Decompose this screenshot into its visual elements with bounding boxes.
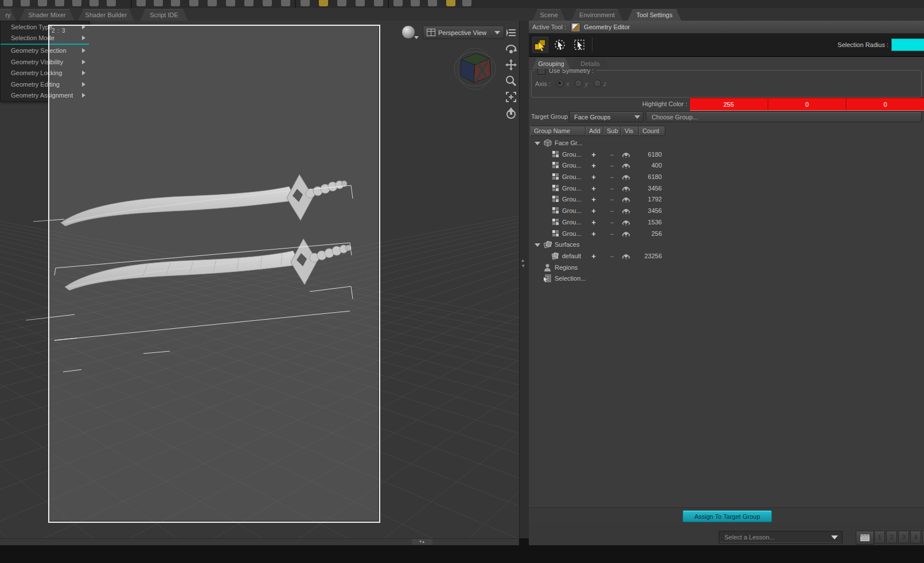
- column-header-add[interactable]: Add: [586, 126, 603, 136]
- visibility-eye-icon[interactable]: [622, 162, 630, 170]
- camera-view-dropdown[interactable]: Perspective View: [423, 26, 504, 39]
- subtract-button[interactable]: −: [608, 207, 616, 215]
- highlight-b-value[interactable]: 0: [847, 98, 924, 110]
- highlight-color-bar[interactable]: 255 0 0: [690, 98, 924, 111]
- zoom-camera-icon[interactable]: [505, 75, 517, 87]
- pane-collapse-handle[interactable]: ▾▴: [412, 539, 432, 545]
- toolbar-icon[interactable]: [154, 0, 163, 6]
- visibility-eye-icon[interactable]: [622, 152, 630, 159]
- toolbar-icon[interactable]: [226, 0, 235, 6]
- group-row[interactable]: Grou...+−6180: [529, 149, 924, 161]
- menu-item-geometry-selection[interactable]: Geometry Selection: [1, 45, 89, 56]
- tab-scene[interactable]: Scene: [532, 9, 566, 21]
- add-button[interactable]: +: [590, 184, 598, 193]
- tree-root-regions[interactable]: Regions: [529, 262, 924, 274]
- toolbar-icon[interactable]: [107, 0, 116, 6]
- menu-item-geometry-assignment[interactable]: Geometry Assignment: [1, 90, 89, 102]
- visibility-eye-icon[interactable]: [622, 174, 630, 181]
- subtract-button[interactable]: −: [608, 230, 616, 238]
- lesson-page-2[interactable]: 2: [886, 531, 897, 543]
- column-header-vis[interactable]: Vis: [621, 126, 639, 136]
- pane-options-icon[interactable]: [505, 26, 517, 39]
- toolbar-icon[interactable]: [411, 0, 420, 6]
- highlight-g-value[interactable]: 0: [769, 98, 847, 110]
- toolbar-icon[interactable]: [263, 0, 272, 6]
- viewport-3d[interactable]: 2 : 3 Perspective View: [0, 21, 519, 538]
- toolbar-icon[interactable]: [38, 0, 47, 6]
- toolbar-icon[interactable]: [72, 0, 81, 6]
- axis-z-radio[interactable]: [594, 80, 601, 87]
- pan-camera-icon[interactable]: [505, 59, 517, 71]
- group-row[interactable]: Grou...+−400: [529, 160, 924, 172]
- choose-group-button[interactable]: Choose Group...: [646, 111, 922, 122]
- toolbar-icon[interactable]: [55, 0, 64, 6]
- visibility-eye-icon[interactable]: [622, 253, 630, 261]
- tab-environment[interactable]: Environment: [571, 9, 623, 21]
- subtract-button[interactable]: −: [608, 185, 616, 193]
- visibility-eye-icon[interactable]: [622, 231, 630, 238]
- visibility-eye-icon[interactable]: [622, 185, 630, 193]
- toolbar-icon[interactable]: [428, 0, 437, 6]
- tab-tool-settings[interactable]: Tool Settings: [627, 9, 681, 21]
- collapse-arrow-icon[interactable]: [535, 243, 540, 247]
- frame-selection-icon[interactable]: [505, 91, 517, 103]
- orbit-camera-icon[interactable]: [505, 42, 517, 55]
- drag-select-button[interactable]: [532, 37, 548, 53]
- lesson-select-dropdown[interactable]: Select a Lesson...: [719, 531, 843, 543]
- toolbar-icon[interactable]: [189, 0, 198, 6]
- toolbar-icon[interactable]: [356, 0, 365, 6]
- splitter-handle[interactable]: ▸▾: [522, 258, 525, 269]
- axis-x-radio[interactable]: [556, 80, 564, 87]
- toolbar-icon[interactable]: [171, 0, 180, 6]
- add-button[interactable]: +: [590, 218, 598, 227]
- selection-radius-field[interactable]: [891, 38, 924, 51]
- group-row[interactable]: Grou...+−1536: [529, 217, 924, 228]
- home-view-icon[interactable]: [505, 107, 517, 119]
- add-button[interactable]: +: [590, 195, 598, 204]
- menu-item-selection-mode[interactable]: Selection Mode: [1, 33, 89, 45]
- tab-script-ide[interactable]: Script IDE: [140, 9, 188, 21]
- group-row[interactable]: Grou...+−256: [529, 228, 924, 240]
- toolbar-icon[interactable]: [446, 0, 455, 6]
- lesson-play-button[interactable]: [856, 531, 874, 545]
- group-row[interactable]: Grou...+−3456: [529, 183, 924, 195]
- visibility-eye-icon[interactable]: [622, 196, 630, 204]
- axis-y-radio[interactable]: [575, 80, 582, 87]
- toolbar-icon[interactable]: [374, 0, 383, 6]
- collapse-arrow-icon[interactable]: [535, 142, 540, 145]
- group-row[interactable]: Grou...+−3456: [529, 205, 924, 217]
- menu-item-geometry-editing[interactable]: Geometry Editing: [1, 79, 89, 90]
- toolbar-icon[interactable]: [137, 0, 146, 6]
- menu-item-geometry-locking[interactable]: Geometry Locking: [1, 67, 89, 79]
- add-button[interactable]: +: [590, 207, 598, 215]
- menu-item-selection-type[interactable]: Selection Type: [1, 21, 89, 33]
- add-button[interactable]: +: [590, 161, 598, 170]
- visibility-eye-icon[interactable]: [622, 219, 630, 227]
- drawstyle-button[interactable]: [401, 25, 419, 40]
- toolbar-icon[interactable]: [393, 0, 403, 6]
- group-row[interactable]: Grou...+−1792: [529, 194, 924, 205]
- toolbar-icon[interactable]: [89, 0, 99, 6]
- toolbar-icon[interactable]: [301, 0, 310, 6]
- add-button[interactable]: +: [590, 150, 598, 159]
- lesson-page-1[interactable]: 1: [874, 531, 885, 543]
- group-row[interactable]: Grou...+−6180: [529, 172, 924, 183]
- highlight-r-value[interactable]: 255: [690, 98, 769, 110]
- column-header-group-name[interactable]: Group Name: [531, 126, 586, 136]
- lesson-page-4[interactable]: 4: [910, 531, 921, 543]
- toolbar-icon[interactable]: [244, 0, 254, 6]
- tab-shader-mixer[interactable]: Shader Mixer: [20, 9, 75, 21]
- tree-root-face-groups[interactable]: Face Gr...: [529, 138, 924, 149]
- subtract-button[interactable]: −: [608, 151, 616, 159]
- toolbar-icon[interactable]: [319, 0, 328, 6]
- tab-ry[interactable]: ry: [0, 9, 16, 21]
- subtab-details[interactable]: Details: [571, 58, 609, 69]
- column-header-sub[interactable]: Sub: [603, 126, 621, 136]
- assign-to-target-group-button[interactable]: Assign To Target Group: [683, 510, 772, 522]
- sword-upper[interactable]: [61, 174, 347, 226]
- toolbar-icon[interactable]: [337, 0, 346, 6]
- lasso-select-button[interactable]: [552, 37, 568, 53]
- lesson-page-3[interactable]: 3: [898, 531, 909, 543]
- tab-shader-builder[interactable]: Shader Builder: [78, 9, 134, 21]
- view-cube[interactable]: [452, 46, 498, 92]
